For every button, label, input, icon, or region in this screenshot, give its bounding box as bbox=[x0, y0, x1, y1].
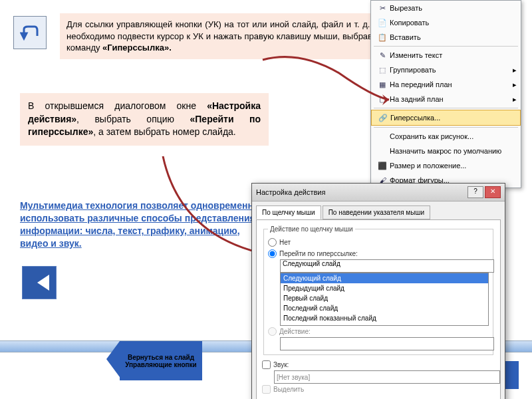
back-shape bbox=[13, 16, 47, 49]
menu-label: Размер и положение... bbox=[390, 162, 517, 170]
context-menu-item[interactable]: ▦На передний план▸ bbox=[371, 77, 521, 92]
menu-icon: ⬚ bbox=[375, 66, 390, 74]
dialog-title: Настройка действия bbox=[256, 188, 466, 196]
close-button[interactable]: ✕ bbox=[485, 186, 501, 198]
menu-label: Группировать bbox=[390, 66, 513, 74]
list-item[interactable]: Первый слайд bbox=[281, 293, 488, 303]
list-item[interactable]: Предыдущий слайд bbox=[281, 283, 488, 293]
text-bold: «Гиперссылка». bbox=[102, 43, 172, 53]
menu-label: Вставить bbox=[390, 33, 517, 41]
text: , выбрать опцию bbox=[76, 114, 190, 124]
dialog-tabs: По щелчку мыши По наведении указателя мы… bbox=[252, 201, 505, 219]
text: , а затем выбрать номер слайда. bbox=[93, 126, 236, 137]
action-combo bbox=[280, 337, 494, 350]
list-item[interactable]: Следующий слайд bbox=[281, 273, 488, 283]
uturn-arrow-icon bbox=[20, 24, 40, 41]
label: Звук: bbox=[273, 361, 289, 368]
hyperlink-list[interactable]: Следующий слайдПредыдущий слайдПервый сл… bbox=[280, 273, 489, 326]
context-menu-item[interactable]: ✂Вырезать bbox=[371, 1, 521, 15]
menu-label: На задний план bbox=[390, 95, 513, 103]
menu-label: Копировать bbox=[390, 19, 517, 27]
context-menu-item[interactable]: 📋Вставить bbox=[371, 30, 521, 45]
submenu-arrow-icon: ▸ bbox=[513, 80, 517, 89]
help-button[interactable]: ? bbox=[467, 186, 483, 198]
instruction-box-2: В открывшемся диалоговом окне «Настройка… bbox=[20, 93, 269, 146]
radio-hyperlink[interactable]: Перейти по гиперссылке: bbox=[268, 248, 489, 259]
menu-icon: ▢ bbox=[375, 95, 390, 104]
hyperlink-paragraph[interactable]: Мультимедиа технология позволяет одновре… bbox=[20, 200, 266, 250]
menu-icon: 🔗 bbox=[376, 114, 390, 122]
list-item[interactable]: Последний слайд bbox=[281, 303, 488, 313]
instruction-box-1: Для ссылки управляющей кнопки (УК) на то… bbox=[60, 13, 379, 59]
menu-icon: ✂ bbox=[375, 4, 390, 13]
ribbon-label: Вернуться на слайд Управляющие кнопки bbox=[121, 354, 201, 368]
submenu-arrow-icon: ▸ bbox=[513, 66, 517, 74]
list-item[interactable]: Последний показанный слайд bbox=[281, 313, 488, 323]
checkbox-sound[interactable]: Звук: bbox=[262, 359, 495, 370]
menu-icon: 📄 bbox=[375, 19, 390, 27]
menu-label: Вырезать bbox=[390, 4, 517, 12]
menu-label: На передний план bbox=[390, 80, 513, 88]
context-menu-item[interactable]: 🔗Гиперссылка... bbox=[371, 110, 521, 126]
group-legend: Действие по щелчку мыши bbox=[268, 225, 355, 233]
context-menu-item[interactable]: ⬚Группировать▸ bbox=[371, 63, 521, 77]
menu-icon: ⬛ bbox=[375, 162, 390, 170]
context-menu-item[interactable]: Назначить макрос по умолчанию bbox=[371, 144, 521, 158]
tab-hover[interactable]: По наведении указателя мыши bbox=[323, 205, 430, 219]
dialog-titlebar[interactable]: Настройка действия ? ✕ bbox=[252, 184, 505, 201]
menu-icon: ✎ bbox=[375, 51, 390, 60]
tab-pane: Действие по щелчку мыши Нет Перейти по г… bbox=[256, 219, 501, 399]
label: Выделить bbox=[273, 386, 304, 393]
menu-label: Назначить макрос по умолчанию bbox=[390, 147, 517, 155]
context-menu-item[interactable]: ⬛Размер и положение... bbox=[371, 158, 521, 173]
context-menu-item[interactable]: Сохранить как рисунок... bbox=[371, 129, 521, 144]
radio-none[interactable]: Нет bbox=[268, 237, 489, 248]
menu-label: Гиперссылка... bbox=[390, 114, 516, 122]
menu-icon: ▦ bbox=[375, 80, 390, 89]
tab-click[interactable]: По щелчку мыши bbox=[256, 205, 321, 219]
action-group: Действие по щелчку мыши Нет Перейти по г… bbox=[263, 225, 493, 355]
text: В открывшемся диалоговом окне bbox=[28, 100, 207, 111]
label: Действие: bbox=[279, 328, 311, 335]
label: Нет bbox=[279, 239, 291, 246]
menu-label: Изменить текст bbox=[390, 51, 517, 59]
hyperlink-combo[interactable]: Следующий слайд bbox=[280, 259, 494, 273]
context-menu-item[interactable]: ▢На задний план▸ bbox=[371, 92, 521, 106]
radio-action[interactable]: Действие: bbox=[268, 326, 489, 337]
return-ribbon[interactable]: Вернуться на слайд Управляющие кнопки bbox=[120, 341, 202, 380]
checkbox-select[interactable]: Выделить bbox=[262, 384, 495, 395]
label: Перейти по гиперссылке: bbox=[279, 250, 358, 257]
menu-icon: 📋 bbox=[375, 33, 390, 42]
sound-combo bbox=[274, 370, 500, 384]
context-menu-item[interactable]: ✎Изменить текст bbox=[371, 48, 521, 63]
context-menu: ✂Вырезать📄Копировать📋Вставить✎Изменить т… bbox=[370, 0, 521, 188]
menu-label: Сохранить как рисунок... bbox=[390, 132, 517, 140]
action-button-shape[interactable] bbox=[22, 266, 57, 299]
submenu-arrow-icon: ▸ bbox=[513, 95, 517, 104]
action-settings-dialog: Настройка действия ? ✕ По щелчку мыши По… bbox=[251, 183, 505, 399]
context-menu-item[interactable]: 📄Копировать bbox=[371, 15, 521, 30]
